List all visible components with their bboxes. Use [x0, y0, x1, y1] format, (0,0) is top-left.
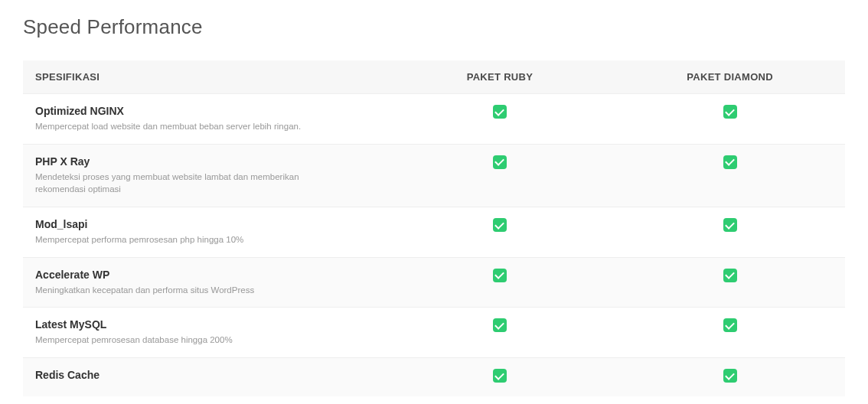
ruby-cell [385, 94, 615, 145]
check-icon [493, 369, 507, 383]
feature-desc: Meningkatkan kecepatan dan performa situ… [35, 284, 311, 297]
check-icon [493, 155, 507, 169]
ruby-cell [385, 358, 615, 397]
feature-title: Optimized NGINX [35, 105, 373, 117]
check-icon [723, 218, 737, 232]
feature-desc: Mendeteksi proses yang membuat website l… [35, 171, 311, 196]
table-row: Mod_lsapiMempercepat performa pemrosesan… [23, 207, 845, 258]
table-row: Optimized NGINXMempercepat load website … [23, 94, 845, 145]
feature-cell: PHP X RayMendeteksi proses yang membuat … [23, 144, 385, 207]
check-icon [493, 218, 507, 232]
diamond-cell [615, 257, 845, 308]
feature-title: Mod_lsapi [35, 218, 373, 230]
spec-table: SPESIFIKASI PAKET RUBY PAKET DIAMOND Opt… [23, 60, 845, 396]
feature-title: Accelerate WP [35, 269, 373, 281]
check-icon [723, 269, 737, 282]
ruby-cell [385, 144, 615, 207]
feature-desc: Mempercepat performa pemrosesan php hing… [35, 233, 311, 246]
col-header-diamond: PAKET DIAMOND [615, 60, 845, 94]
diamond-cell [615, 207, 845, 258]
feature-cell: Redis Cache [23, 358, 385, 397]
ruby-cell [385, 207, 615, 258]
diamond-cell [615, 308, 845, 358]
feature-cell: Mod_lsapiMempercepat performa pemrosesan… [23, 207, 385, 258]
feature-desc: Mempercepat pemrosesan database hingga 2… [35, 334, 311, 347]
diamond-cell [615, 94, 845, 145]
table-row: Redis Cache [23, 358, 845, 397]
feature-cell: Accelerate WPMeningkatkan kecepatan dan … [23, 257, 385, 308]
feature-title: Redis Cache [35, 369, 373, 381]
diamond-cell [615, 144, 845, 207]
feature-cell: Latest MySQLMempercepat pemrosesan datab… [23, 308, 385, 358]
table-row: Accelerate WPMeningkatkan kecepatan dan … [23, 257, 845, 308]
check-icon [723, 105, 737, 119]
diamond-cell [615, 358, 845, 397]
col-header-spec: SPESIFIKASI [23, 60, 385, 94]
check-icon [493, 105, 507, 119]
table-row: Latest MySQLMempercepat pemrosesan datab… [23, 308, 845, 358]
feature-desc: Mempercepat load website dan membuat beb… [35, 120, 311, 133]
col-header-ruby: PAKET RUBY [385, 60, 615, 94]
feature-title: PHP X Ray [35, 155, 373, 168]
ruby-cell [385, 308, 615, 358]
feature-title: Latest MySQL [35, 318, 373, 331]
check-icon [723, 369, 737, 383]
check-icon [493, 318, 507, 332]
check-icon [493, 269, 507, 282]
table-row: PHP X RayMendeteksi proses yang membuat … [23, 144, 845, 207]
check-icon [723, 155, 737, 169]
check-icon [723, 318, 737, 332]
section-title: Speed Performance [23, 15, 845, 39]
ruby-cell [385, 257, 615, 308]
table-header-row: SPESIFIKASI PAKET RUBY PAKET DIAMOND [23, 60, 845, 94]
feature-cell: Optimized NGINXMempercepat load website … [23, 94, 385, 145]
